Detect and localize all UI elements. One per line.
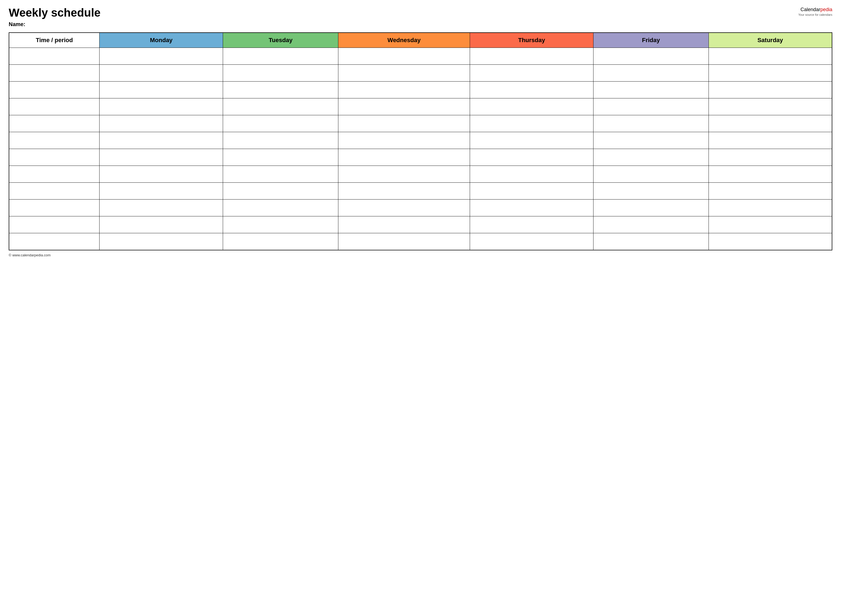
cell-row8-saturday[interactable] — [709, 166, 832, 183]
cell-row4-saturday[interactable] — [709, 98, 832, 115]
cell-row10-thursday[interactable] — [470, 199, 594, 216]
cell-row6-friday[interactable] — [593, 132, 709, 149]
cell-row2-monday[interactable] — [100, 65, 223, 82]
cell-row4-tuesday[interactable] — [223, 98, 338, 115]
page-title: Weekly schedule — [9, 6, 101, 19]
cell-row12-saturday[interactable] — [709, 233, 832, 250]
cell-row8-friday[interactable] — [593, 166, 709, 183]
cell-row2-saturday[interactable] — [709, 65, 832, 82]
cell-row12-wednesday[interactable] — [338, 233, 470, 250]
cell-row1-friday[interactable] — [593, 48, 709, 65]
cell-row3-wednesday[interactable] — [338, 82, 470, 98]
cell-row7-wednesday[interactable] — [338, 149, 470, 166]
cell-row1-saturday[interactable] — [709, 48, 832, 65]
cell-row2-wednesday[interactable] — [338, 65, 470, 82]
cell-row5-tuesday[interactable] — [223, 115, 338, 132]
cell-row9-friday[interactable] — [593, 183, 709, 199]
cell-row3-time[interactable] — [9, 82, 100, 98]
cell-row9-thursday[interactable] — [470, 183, 594, 199]
cell-row11-saturday[interactable] — [709, 216, 832, 233]
cell-row8-wednesday[interactable] — [338, 166, 470, 183]
cell-row10-time[interactable] — [9, 199, 100, 216]
cell-row2-tuesday[interactable] — [223, 65, 338, 82]
cell-row12-friday[interactable] — [593, 233, 709, 250]
cell-row12-monday[interactable] — [100, 233, 223, 250]
cell-row9-monday[interactable] — [100, 183, 223, 199]
cell-row7-monday[interactable] — [100, 149, 223, 166]
cell-row6-thursday[interactable] — [470, 132, 594, 149]
brand-name: Calendarpedia — [798, 6, 832, 13]
cell-row6-tuesday[interactable] — [223, 132, 338, 149]
cell-row10-monday[interactable] — [100, 199, 223, 216]
cell-row6-wednesday[interactable] — [338, 132, 470, 149]
table-header-row: Time / period Monday Tuesday Wednesday T… — [9, 32, 832, 48]
brand-tagline: Your source for calendars — [798, 13, 832, 16]
cell-row6-time[interactable] — [9, 132, 100, 149]
cell-row5-saturday[interactable] — [709, 115, 832, 132]
col-header-time: Time / period — [9, 32, 100, 48]
cell-row11-friday[interactable] — [593, 216, 709, 233]
cell-row4-thursday[interactable] — [470, 98, 594, 115]
cell-row5-time[interactable] — [9, 115, 100, 132]
table-row — [9, 216, 832, 233]
cell-row2-time[interactable] — [9, 65, 100, 82]
cell-row12-thursday[interactable] — [470, 233, 594, 250]
cell-row4-friday[interactable] — [593, 98, 709, 115]
cell-row11-monday[interactable] — [100, 216, 223, 233]
cell-row5-wednesday[interactable] — [338, 115, 470, 132]
cell-row9-wednesday[interactable] — [338, 183, 470, 199]
cell-row11-tuesday[interactable] — [223, 216, 338, 233]
brand-logo: Calendarpedia Your source for calendars — [798, 6, 832, 17]
footer: © www.calendarpedia.com — [9, 253, 832, 257]
cell-row5-thursday[interactable] — [470, 115, 594, 132]
cell-row3-monday[interactable] — [100, 82, 223, 98]
cell-row7-thursday[interactable] — [470, 149, 594, 166]
cell-row9-time[interactable] — [9, 183, 100, 199]
cell-row10-wednesday[interactable] — [338, 199, 470, 216]
cell-row2-friday[interactable] — [593, 65, 709, 82]
cell-row6-saturday[interactable] — [709, 132, 832, 149]
cell-row5-monday[interactable] — [100, 115, 223, 132]
cell-row12-tuesday[interactable] — [223, 233, 338, 250]
cell-row1-time[interactable] — [9, 48, 100, 65]
cell-row6-monday[interactable] — [100, 132, 223, 149]
cell-row7-friday[interactable] — [593, 149, 709, 166]
col-header-wednesday: Wednesday — [338, 32, 470, 48]
cell-row1-tuesday[interactable] — [223, 48, 338, 65]
cell-row1-thursday[interactable] — [470, 48, 594, 65]
cell-row1-monday[interactable] — [100, 48, 223, 65]
brand-suffix: pedia — [820, 7, 832, 12]
cell-row10-saturday[interactable] — [709, 199, 832, 216]
cell-row7-saturday[interactable] — [709, 149, 832, 166]
cell-row11-wednesday[interactable] — [338, 216, 470, 233]
cell-row10-friday[interactable] — [593, 199, 709, 216]
cell-row4-time[interactable] — [9, 98, 100, 115]
cell-row11-time[interactable] — [9, 216, 100, 233]
table-row — [9, 233, 832, 250]
cell-row5-friday[interactable] — [593, 115, 709, 132]
table-row — [9, 199, 832, 216]
cell-row8-thursday[interactable] — [470, 166, 594, 183]
cell-row3-thursday[interactable] — [470, 82, 594, 98]
cell-row8-time[interactable] — [9, 166, 100, 183]
cell-row9-saturday[interactable] — [709, 183, 832, 199]
cell-row10-tuesday[interactable] — [223, 199, 338, 216]
cell-row7-tuesday[interactable] — [223, 149, 338, 166]
cell-row7-time[interactable] — [9, 149, 100, 166]
col-header-thursday: Thursday — [470, 32, 594, 48]
cell-row3-friday[interactable] — [593, 82, 709, 98]
cell-row8-monday[interactable] — [100, 166, 223, 183]
cell-row12-time[interactable] — [9, 233, 100, 250]
cell-row8-tuesday[interactable] — [223, 166, 338, 183]
cell-row3-saturday[interactable] — [709, 82, 832, 98]
cell-row4-monday[interactable] — [100, 98, 223, 115]
col-header-friday: Friday — [593, 32, 709, 48]
cell-row9-tuesday[interactable] — [223, 183, 338, 199]
table-row — [9, 115, 832, 132]
table-row — [9, 48, 832, 65]
cell-row3-tuesday[interactable] — [223, 82, 338, 98]
cell-row11-thursday[interactable] — [470, 216, 594, 233]
cell-row1-wednesday[interactable] — [338, 48, 470, 65]
cell-row4-wednesday[interactable] — [338, 98, 470, 115]
cell-row2-thursday[interactable] — [470, 65, 594, 82]
